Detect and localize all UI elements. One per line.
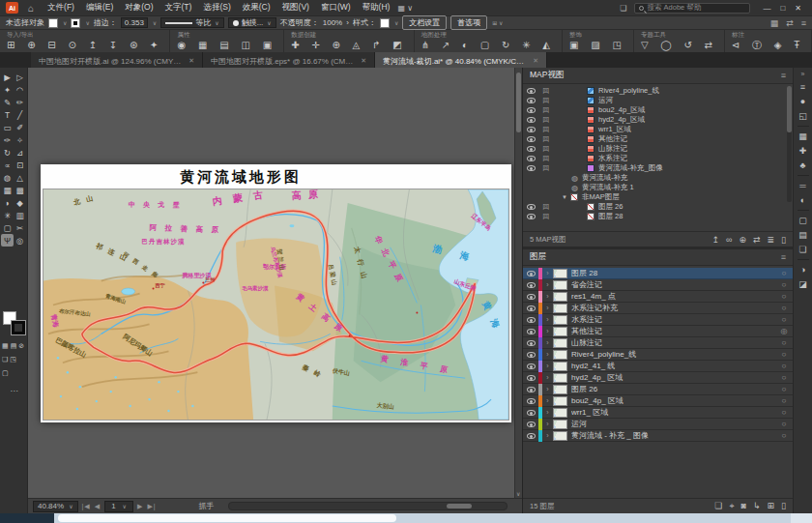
visibility-eye-icon[interactable] — [527, 375, 536, 381]
editable-icon[interactable]: 回 — [538, 154, 554, 163]
layer-row[interactable]: ›运河○ — [523, 419, 793, 430]
minimize-button[interactable]: — — [758, 4, 775, 13]
artboard-number-select[interactable]: 1∨ — [104, 501, 133, 512]
target-circle-icon[interactable]: ○ — [775, 431, 793, 440]
eyedropper-tool[interactable]: ◗ — [1, 196, 14, 209]
panel-menu-icon[interactable]: ≡ — [801, 18, 806, 28]
move-layer-icon[interactable]: ⇄ — [753, 235, 761, 245]
symbol-sprayer-tool[interactable]: ✳ — [1, 209, 14, 221]
visibility-eye-icon[interactable] — [527, 329, 536, 334]
width-profile-select[interactable]: 等比∨ — [160, 17, 223, 28]
editable-icon[interactable]: 回 — [538, 212, 554, 221]
first-artboard-button[interactable]: |◀ — [82, 503, 91, 510]
tab-close-icon[interactable]: ✕ — [361, 57, 366, 65]
layer-row[interactable]: ›山脉注记○ — [523, 337, 793, 349]
expand-arrow-icon[interactable]: › — [542, 305, 553, 311]
expand-arrow-icon[interactable]: › — [542, 363, 553, 369]
panel-menu-icon[interactable]: ≡ — [781, 252, 786, 262]
layer-row[interactable]: ›黄河流域 - 补充 _ 图像○ — [523, 430, 793, 442]
panel-menu-icon[interactable]: ≡ — [781, 71, 786, 80]
close-button[interactable]: ✕ — [790, 4, 806, 13]
rectangle-tool[interactable]: ▭ — [1, 121, 14, 133]
editable-icon[interactable]: 回 — [538, 105, 554, 115]
visibility-eye-icon[interactable] — [527, 410, 536, 416]
panel-scrollbar[interactable] — [787, 86, 792, 202]
visibility-eye-icon[interactable] — [527, 127, 536, 132]
menu-help[interactable]: 帮助(H) — [357, 2, 396, 12]
visibility-eye-icon[interactable] — [527, 214, 536, 219]
layer-row[interactable]: ›hyd2_41_ 线○ — [523, 361, 793, 372]
map-views-tab[interactable]: MAP视图 — [530, 70, 564, 81]
magic-wand-tool[interactable]: ✦ — [1, 83, 14, 96]
georeference-icon[interactable]: ⊕ — [739, 235, 746, 245]
editable-icon[interactable]: 回 — [538, 163, 554, 173]
attributes-icons[interactable]: ◉ ▦ ▤ ◫ ▣ — [177, 39, 276, 51]
taskbar-search-pill[interactable] — [58, 514, 396, 522]
expand-arrow-icon[interactable]: › — [542, 281, 553, 288]
preferences-button[interactable]: 首选项 — [450, 15, 487, 30]
horizontal-scrollbar-thumb[interactable] — [447, 504, 472, 508]
visibility-eye-icon[interactable] — [527, 317, 536, 323]
stroke-color-swatch[interactable] — [71, 18, 80, 28]
layer-row[interactable]: ›River4_polyline_线○ — [523, 349, 793, 361]
visibility-eye-icon[interactable] — [527, 136, 536, 142]
stroke-weight-input[interactable]: 0.353 — [121, 17, 148, 28]
opacity-value[interactable]: 100% — [323, 18, 342, 27]
rotate-tool[interactable]: ↻ — [1, 146, 14, 159]
visibility-eye-icon[interactable] — [527, 282, 536, 288]
next-artboard-button[interactable]: ▶ — [137, 503, 143, 510]
mapview-group-row[interactable]: ▼非MAP图层 — [523, 192, 793, 202]
adornment-icons[interactable]: ▣ ▨ ◳ — [569, 39, 626, 51]
draw-mode-row[interactable]: ❏◳ — [2, 356, 27, 363]
tab-close-icon[interactable]: ✕ — [533, 57, 538, 65]
mapview-row[interactable]: 回山脉注记 — [523, 144, 793, 154]
layers-tab[interactable]: 图层 — [530, 251, 546, 263]
hand-tool[interactable]: Ψ — [1, 234, 14, 247]
column-graph-tool[interactable]: ▥ — [14, 209, 26, 221]
slice-tool[interactable]: ✂ — [14, 221, 26, 234]
visibility-eye-icon[interactable] — [527, 433, 536, 439]
mapview-row[interactable]: 回黄河流域-补充_图像 — [523, 163, 793, 173]
target-circle-icon[interactable]: ○ — [775, 315, 793, 324]
last-artboard-button[interactable]: ▶| — [147, 503, 156, 510]
mapview-row[interactable]: ◍黄河流域-补充 — [523, 173, 793, 183]
mapview-row[interactable]: 回其他注记 — [523, 134, 793, 144]
link-view-icon[interactable]: ∞ — [726, 235, 732, 245]
direct-selection-tool[interactable]: ▷ — [14, 71, 26, 83]
target-circle-icon[interactable]: ○ — [775, 385, 793, 393]
expand-arrow-icon[interactable]: › — [542, 386, 553, 392]
brushes-panel-icon[interactable]: ♣ — [800, 160, 806, 170]
editable-icon[interactable]: 回 — [538, 134, 554, 144]
workspace-switcher-icon[interactable]: ▦ ∨ — [397, 4, 413, 13]
editable-icon[interactable]: 回 — [538, 115, 554, 125]
search-input[interactable]: 搜索 Adobe 帮助 — [634, 3, 750, 14]
libraries-panel-icon[interactable]: ▦ — [798, 131, 807, 141]
menu-effect[interactable]: 效果(C) — [237, 2, 276, 12]
layer-row[interactable]: ›hyd2_4p_ 区域○ — [523, 372, 793, 384]
layer-row[interactable]: ›省会注记○ — [523, 279, 793, 291]
editable-icon[interactable]: 回 — [538, 86, 554, 96]
shape-builder-tool[interactable]: ◍ — [1, 171, 14, 184]
horizontal-scrollbar[interactable] — [228, 502, 508, 510]
tab-close-icon[interactable]: ✕ — [188, 57, 194, 65]
shaper-tool[interactable]: ✧ — [14, 133, 26, 146]
delete-icon[interactable]: ▯ — [781, 235, 786, 245]
curvature-tool[interactable]: ✏ — [14, 96, 26, 108]
collapse-panels-icon[interactable]: » — [801, 71, 805, 77]
target-circle-icon[interactable]: ○ — [775, 338, 793, 347]
menu-window[interactable]: 窗口(W) — [315, 2, 357, 12]
visibility-eye-icon[interactable] — [527, 98, 536, 103]
import-export-icons[interactable]: ⊞ ⊕ ⊟ ⊙ ↥ ↧ ⊛ ✦ — [7, 39, 162, 51]
section-adornment[interactable]: 整饰▣ ▨ ◳ — [563, 30, 634, 52]
zoom-tool[interactable]: ◎ — [14, 234, 26, 247]
fill-stroke-control[interactable] — [3, 311, 26, 336]
os-taskbar[interactable] — [0, 513, 812, 523]
expand-arrow-icon[interactable]: › — [542, 421, 553, 427]
target-circle-icon[interactable]: ○ — [775, 350, 793, 359]
map-processing-icons[interactable]: ⋔ ↗ ◐ ▢ ↻ ✳ ◭ — [421, 39, 555, 51]
menu-file[interactable]: 文件(F) — [42, 2, 80, 12]
section-labeling[interactable]: 标注⊲ Ⓣ ◈ Ŧ — [725, 30, 812, 52]
scale-tool[interactable]: ⊿ — [14, 146, 26, 159]
free-transform-tool[interactable]: ⊡ — [14, 159, 26, 171]
transform-panel-icon[interactable]: ▢ — [798, 216, 807, 225]
